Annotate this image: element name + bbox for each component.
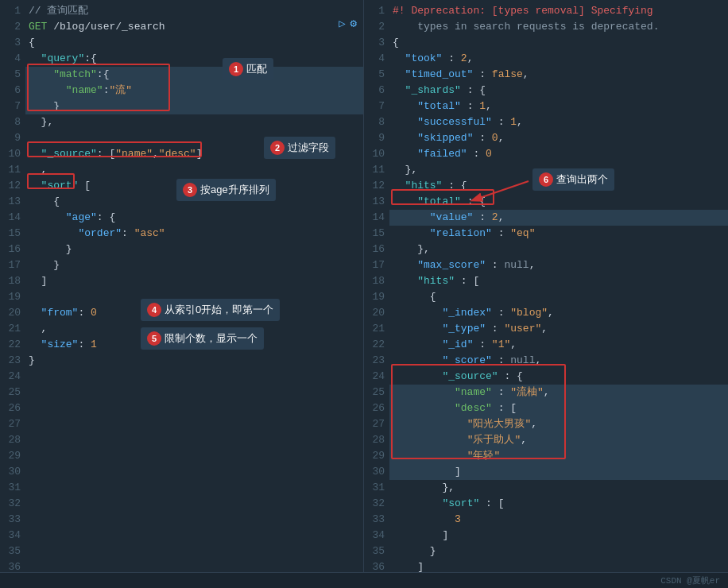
- right-line-33: 3: [389, 512, 728, 528]
- run-icon[interactable]: ▷: [339, 16, 345, 32]
- right-line-numbers: 1234567891011121314151617181920212223242…: [364, 0, 389, 572]
- left-line-25: [25, 385, 363, 400]
- annotation-5: 5限制个数，显示一个: [141, 327, 264, 350]
- right-line-25: "name" : "流柚",: [389, 385, 728, 400]
- right-line-17: "max_score" : null,: [389, 257, 728, 273]
- right-line-2: types in search requests is deprecated.: [389, 19, 728, 35]
- right-line-7: "total" : 1,: [389, 99, 728, 114]
- right-line-8: "successful" : 1,: [389, 114, 728, 130]
- right-line-13: "total" : {: [389, 194, 728, 210]
- watermark: CSDN @夏帆er: [660, 574, 720, 586]
- right-line-14: "value" : 2,: [389, 210, 728, 226]
- settings-icon[interactable]: ⚙: [350, 16, 357, 32]
- left-line-27: [25, 416, 363, 432]
- bottom-bar: CSDN @夏帆er: [0, 572, 728, 588]
- left-line-29: [25, 448, 363, 464]
- right-line-28: "乐于助人",: [389, 432, 728, 448]
- left-line-17: }: [25, 257, 363, 273]
- right-line-26: "desc" : [: [389, 400, 728, 416]
- right-line-32: "sort" : [: [389, 496, 728, 512]
- right-line-16: },: [389, 242, 728, 257]
- right-line-24: "_source" : {: [389, 369, 728, 385]
- annotation-4: 4从索引0开始，即第一个: [141, 299, 280, 321]
- left-line-23: }: [25, 353, 363, 369]
- annotation-2: 2过滤字段: [264, 137, 335, 159]
- right-line-31: },: [389, 480, 728, 496]
- left-line-31: [25, 480, 363, 496]
- right-line-19: {: [389, 289, 728, 305]
- left-line-30: [25, 464, 363, 480]
- left-line-5: "match":{: [25, 67, 363, 83]
- right-line-9: "skipped" : 0,: [389, 130, 728, 146]
- left-line-numbers: 1234567891011121314151617181920212223242…: [0, 0, 25, 572]
- left-line-1: // 查询匹配: [25, 3, 363, 19]
- right-line-5: "timed_out" : false,: [389, 67, 728, 83]
- right-line-4: "took" : 2,: [389, 51, 728, 67]
- left-line-14: "age": {: [25, 210, 363, 226]
- right-line-27: "阳光大男孩",: [389, 416, 728, 432]
- left-code-content: ▷ ⚙ 1匹配 2过滤字段 3按age: [25, 0, 363, 572]
- annotation-3: 3按age升序排列: [176, 179, 276, 201]
- left-line-2: GET /blog/user/_search: [25, 19, 363, 35]
- right-line-29: "年轻": [389, 448, 728, 464]
- right-line-15: "relation" : "eq": [389, 226, 728, 242]
- left-line-24: [25, 369, 363, 385]
- left-line-28: [25, 432, 363, 448]
- annotation-6: 6查询出两个: [532, 168, 614, 191]
- right-line-34: ]: [389, 528, 728, 544]
- left-line-16: }: [25, 242, 363, 257]
- annotation-1: 1匹配: [223, 58, 273, 80]
- left-line-35: [25, 544, 363, 559]
- left-line-33: [25, 512, 363, 528]
- right-code-content: 6查询出两个 #! Deprecation: [types removal] S…: [389, 0, 728, 572]
- right-line-36: ]: [389, 559, 728, 572]
- right-line-20: "_index" : "blog",: [389, 305, 728, 321]
- left-line-11: ,: [25, 162, 363, 178]
- left-line-3: {: [25, 35, 363, 51]
- right-line-21: "_type" : "user",: [389, 321, 728, 337]
- right-line-35: }: [389, 544, 728, 559]
- left-line-36: [25, 559, 363, 572]
- right-line-1: #! Deprecation: [types removal] Specifyi…: [389, 3, 728, 19]
- right-line-10: "failed" : 0: [389, 146, 728, 162]
- right-line-18: "hits" : [: [389, 273, 728, 289]
- left-line-6: "name":"流": [25, 83, 363, 99]
- left-line-4: "query":{: [25, 51, 363, 67]
- right-line-23: "_score" : null,: [389, 353, 728, 369]
- left-line-18: ]: [25, 273, 363, 289]
- left-line-26: [25, 400, 363, 416]
- left-line-34: [25, 528, 363, 544]
- right-line-22: "_id" : "1",: [389, 337, 728, 353]
- left-line-15: "order": "asc": [25, 226, 363, 242]
- right-panel: 1234567891011121314151617181920212223242…: [364, 0, 728, 572]
- right-line-3: {: [389, 35, 728, 51]
- left-line-8: },: [25, 114, 363, 130]
- left-line-32: [25, 496, 363, 512]
- left-line-7: }: [25, 99, 363, 114]
- right-line-30: ]: [389, 464, 728, 480]
- left-panel: 1234567891011121314151617181920212223242…: [0, 0, 364, 572]
- right-line-6: "_shards" : {: [389, 83, 728, 99]
